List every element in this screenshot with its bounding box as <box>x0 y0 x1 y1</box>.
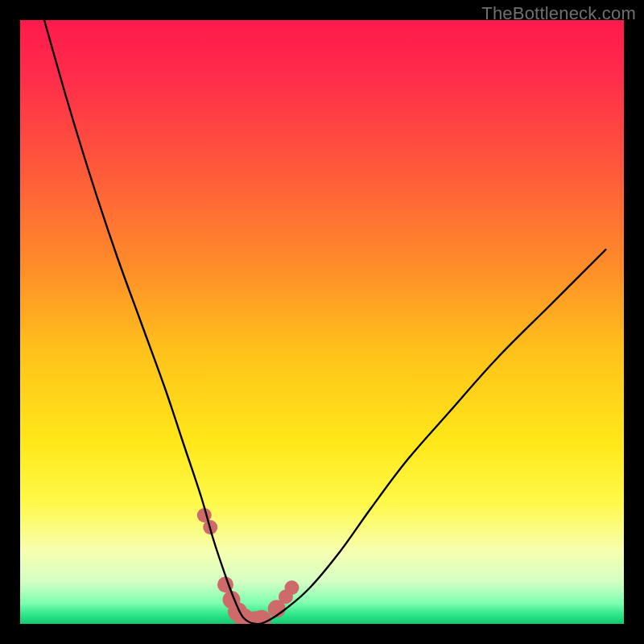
curve-layer <box>20 20 624 624</box>
bottleneck-curve <box>44 20 606 624</box>
plot-area <box>20 20 624 624</box>
curve-marker <box>285 580 299 595</box>
watermark-text: TheBottleneck.com <box>481 3 636 24</box>
chart-frame: TheBottleneck.com <box>0 0 644 644</box>
curve-markers <box>197 508 299 624</box>
